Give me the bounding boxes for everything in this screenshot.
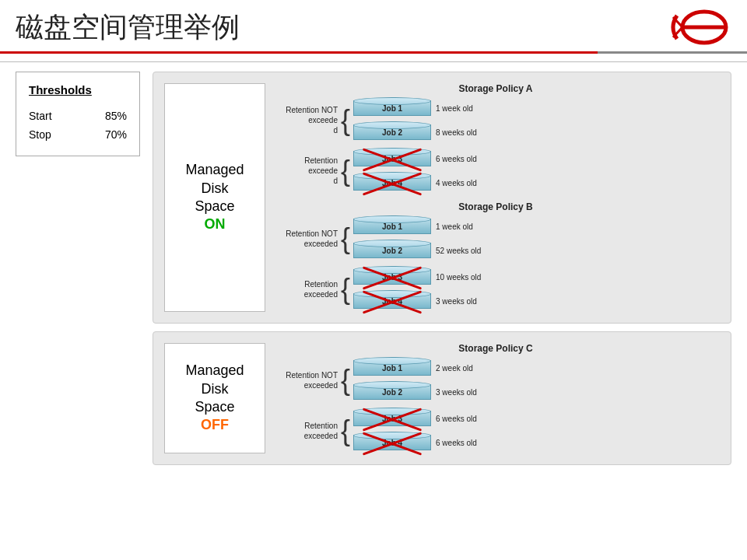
age-label: 6 weeks old bbox=[436, 148, 477, 170]
disk-label: Job 2 bbox=[382, 247, 402, 255]
age-labels: 10 weeks old3 weeks old bbox=[436, 266, 481, 312]
job-disks: Job 1Job 2 bbox=[353, 357, 431, 403]
disks-and-ages: Job 1Job 22 week old3 weeks old bbox=[353, 357, 477, 403]
disk-x-overlay bbox=[353, 290, 431, 312]
thresholds-panel: Thresholds Start 85% Stop 70% bbox=[16, 72, 140, 156]
disk-cylinder: Job 3 bbox=[353, 408, 431, 429]
policy-block: Storage Policy BRetention NOTexceeded{Jo… bbox=[272, 201, 720, 312]
disks-and-ages: Job 3Job 46 weeks old6 weeks old bbox=[353, 408, 477, 453]
age-label: 3 weeks old bbox=[436, 290, 481, 312]
job-disks: Job 3Job 4 bbox=[353, 148, 431, 194]
age-labels: 1 week old8 weeks old bbox=[436, 97, 477, 143]
retention-label: Retentionexceeded bbox=[272, 156, 338, 186]
brace-icon: { bbox=[341, 275, 350, 303]
disk-label: Job 1 bbox=[382, 104, 402, 113]
disk-cylinder: Job 2 bbox=[353, 121, 431, 143]
disk-cylinder: Job 4 bbox=[353, 290, 431, 312]
retention-groups: Retention NOTexceeded{Job 1Job 21 week o… bbox=[272, 97, 720, 194]
section-on-box: ManagedDiskSpace ON Storage Policy ARete… bbox=[153, 72, 731, 324]
threshold-start-label: Start bbox=[29, 107, 52, 126]
main-content: Thresholds Start 85% Stop 70% ManagedDis… bbox=[0, 72, 747, 465]
status-on-label: ON bbox=[185, 215, 244, 233]
disk-cylinder: Job 2 bbox=[353, 381, 431, 403]
disk-x-overlay bbox=[353, 408, 431, 429]
age-labels: 6 weeks old4 weeks old bbox=[436, 148, 477, 194]
policies-on-area: Storage Policy ARetention NOTexceeded{Jo… bbox=[272, 83, 720, 312]
job-disks: Job 1Job 2 bbox=[353, 97, 431, 143]
threshold-start-row: Start 85% bbox=[29, 107, 127, 126]
disk-label: Job 1 bbox=[382, 222, 402, 231]
policies-off-area: Storage Policy CRetention NOTexceeded{Jo… bbox=[272, 343, 720, 453]
section-off-box: ManagedDiskSpace OFF Storage Policy CRet… bbox=[153, 331, 731, 465]
logo bbox=[661, 8, 731, 47]
age-label: 2 week old bbox=[436, 357, 477, 379]
policy-title: Storage Policy A bbox=[272, 83, 720, 94]
disk-x-overlay bbox=[353, 148, 431, 170]
age-labels: 1 week old52 weeks old bbox=[436, 215, 481, 261]
disks-and-ages: Job 1Job 21 week old52 weeks old bbox=[353, 215, 481, 261]
policy-title: Storage Policy B bbox=[272, 201, 720, 212]
disk-cylinder: Job 4 bbox=[353, 432, 431, 453]
brace-icon: { bbox=[341, 157, 350, 185]
retention-group: Retentionexceeded{Job 3Job 46 weeks old6… bbox=[272, 408, 720, 453]
age-label: 1 week old bbox=[436, 97, 477, 119]
brace-icon: { bbox=[341, 417, 350, 445]
section-on-row: ManagedDiskSpace ON Storage Policy ARete… bbox=[164, 83, 720, 312]
age-labels: 2 week old3 weeks old bbox=[436, 357, 477, 403]
disk-cylinder: Job 1 bbox=[353, 215, 431, 237]
status-off-label: OFF bbox=[185, 416, 244, 434]
page-title: 磁盘空间管理举例 bbox=[16, 9, 240, 47]
retention-label: Retentionexceeded bbox=[272, 421, 338, 441]
retention-group: Retention NOTexceeded{Job 1Job 21 week o… bbox=[272, 97, 720, 143]
age-label: 6 weeks old bbox=[436, 408, 477, 429]
disk-cylinder: Job 1 bbox=[353, 97, 431, 119]
age-labels: 6 weeks old6 weeks old bbox=[436, 408, 477, 453]
disk-label: Job 2 bbox=[382, 128, 402, 137]
managed-on-box: ManagedDiskSpace ON bbox=[164, 83, 265, 312]
managed-off-label: ManagedDiskSpace bbox=[185, 362, 244, 416]
disks-and-ages: Job 1Job 21 week old8 weeks old bbox=[353, 97, 477, 143]
disks-and-ages: Job 3Job 410 weeks old3 weeks old bbox=[353, 266, 481, 312]
thresholds-title: Thresholds bbox=[29, 83, 127, 96]
disk-cylinder: Job 2 bbox=[353, 240, 431, 261]
disk-x-overlay bbox=[353, 172, 431, 194]
retention-group: Retentionexceeded{Job 3Job 410 weeks old… bbox=[272, 266, 720, 312]
disks-and-ages: Job 3Job 46 weeks old4 weeks old bbox=[353, 148, 477, 194]
disk-label: Job 2 bbox=[382, 388, 402, 397]
retention-label: Retentionexceeded bbox=[272, 279, 338, 299]
managed-on-label: ManagedDiskSpace bbox=[185, 161, 244, 215]
age-label: 1 week old bbox=[436, 215, 481, 237]
disk-cylinder: Job 1 bbox=[353, 357, 431, 379]
header-divider-red bbox=[0, 51, 747, 54]
section-off-row: ManagedDiskSpace OFF Storage Policy CRet… bbox=[164, 343, 720, 453]
retention-groups: Retention NOTexceeded{Job 1Job 21 week o… bbox=[272, 215, 720, 312]
disk-label: Job 1 bbox=[382, 364, 402, 373]
disk-x-overlay bbox=[353, 432, 431, 453]
retention-groups: Retention NOTexceeded{Job 1Job 22 week o… bbox=[272, 357, 720, 453]
age-label: 4 weeks old bbox=[436, 172, 477, 194]
retention-group: Retention NOTexceeded{Job 1Job 21 week o… bbox=[272, 215, 720, 261]
disk-x-overlay bbox=[353, 266, 431, 288]
brace-icon: { bbox=[341, 366, 350, 394]
logo-icon bbox=[661, 8, 731, 47]
threshold-stop-row: Stop 70% bbox=[29, 126, 127, 145]
age-label: 3 weeks old bbox=[436, 381, 477, 403]
job-disks: Job 3Job 4 bbox=[353, 408, 431, 453]
age-label: 8 weeks old bbox=[436, 121, 477, 143]
disk-cylinder: Job 4 bbox=[353, 172, 431, 194]
job-disks: Job 3Job 4 bbox=[353, 266, 431, 312]
disk-cylinder: Job 3 bbox=[353, 266, 431, 288]
brace-icon: { bbox=[341, 107, 350, 135]
job-disks: Job 1Job 2 bbox=[353, 215, 431, 261]
age-label: 52 weeks old bbox=[436, 240, 481, 261]
retention-group: Retention NOTexceeded{Job 1Job 22 week o… bbox=[272, 357, 720, 403]
managed-off-box: ManagedDiskSpace OFF bbox=[164, 343, 265, 453]
retention-label: Retention NOTexceeded bbox=[272, 229, 338, 249]
disk-cylinder: Job 3 bbox=[353, 148, 431, 170]
policy-title: Storage Policy C bbox=[272, 343, 720, 354]
threshold-stop-label: Stop bbox=[29, 126, 51, 145]
age-label: 10 weeks old bbox=[436, 266, 481, 288]
policy-block: Storage Policy CRetention NOTexceeded{Jo… bbox=[272, 343, 720, 453]
header-divider-thin bbox=[0, 61, 747, 62]
retention-group: Retentionexceeded{Job 3Job 46 weeks old4… bbox=[272, 148, 720, 194]
